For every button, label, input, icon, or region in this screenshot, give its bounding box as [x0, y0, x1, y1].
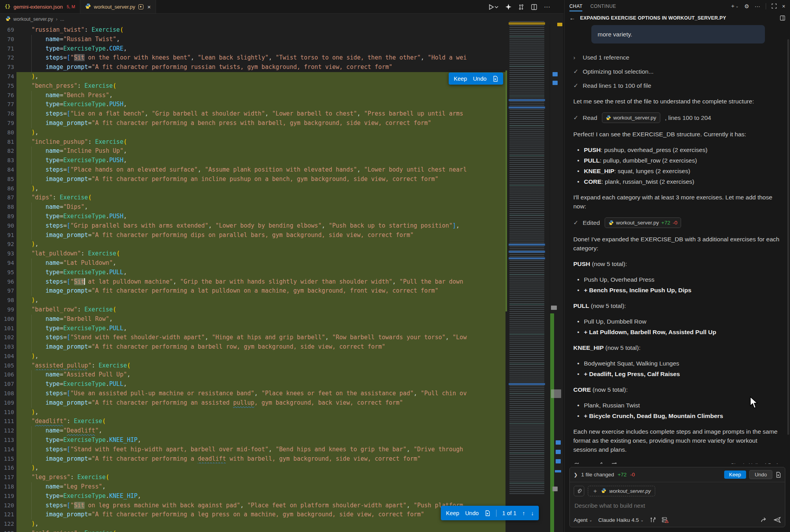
keep-all-button[interactable]: Keep [724, 470, 746, 479]
code-line[interactable]: 122 ), [0, 519, 506, 529]
code-line[interactable]: 102 steps=["Stand with feet shoulder-wid… [0, 333, 506, 342]
code-line[interactable]: 97 image_prompt="A fit character perform… [0, 286, 506, 296]
breadcrumb-file[interactable]: workout_server.py [13, 16, 53, 22]
attached-file-chip[interactable]: ＋ workout_server.py [588, 486, 655, 496]
minimap[interactable] [506, 14, 550, 532]
code-line[interactable]: 105 "assisted_pullup": Exercise( [0, 361, 506, 371]
file-diff-icon[interactable] [493, 76, 498, 82]
sparkle-icon[interactable] [506, 4, 511, 10]
close-panel-icon[interactable]: × [782, 3, 785, 9]
undo-button[interactable]: Undo [465, 510, 479, 516]
maximize-panel-icon[interactable] [772, 4, 777, 9]
more-actions-icon[interactable]: ··· [544, 4, 550, 11]
next-change-icon[interactable]: ↓ [531, 510, 534, 516]
more-icon[interactable]: ··· [755, 3, 760, 9]
code-line[interactable]: 99 "barbell_row": Exercise( [0, 305, 506, 315]
code-line[interactable]: 104 ), [0, 352, 506, 361]
keep-button[interactable]: Keep [454, 76, 467, 82]
undo-button[interactable]: Undo [473, 76, 487, 82]
open-changes-icon[interactable] [518, 4, 524, 10]
code-line[interactable]: 112 name="Deadlift", [0, 426, 506, 436]
code-line[interactable]: 79 image_prompt="A fit character perform… [0, 119, 506, 128]
new-chat-icon[interactable]: ＋⌄ [730, 3, 739, 10]
code-line[interactable]: 84 steps=["Place hands on an elevated su… [0, 165, 506, 175]
code-line[interactable]: 109 image_prompt="A fit character perfor… [0, 398, 506, 408]
tool-step-row[interactable]: ✓Readworkout_server.py, lines 100 to 204 [573, 112, 781, 123]
code-line[interactable]: 110 ), [0, 408, 506, 417]
code-line[interactable]: 123 "calf_raises": Exercise( [0, 529, 506, 532]
code-line[interactable]: 114 steps=["Stand with feet hip-width ap… [0, 445, 506, 454]
close-tab-icon[interactable]: × [147, 4, 151, 10]
modified-indicator-icon[interactable] [138, 4, 143, 9]
mcp-server-warning-icon[interactable] [662, 517, 669, 523]
send-icon[interactable] [774, 517, 781, 523]
code-line[interactable]: 116 ), [0, 463, 506, 473]
code-line[interactable]: 108 steps=["Use an assisted pull-up mach… [0, 389, 506, 398]
code-line[interactable]: 106 name="Assisted Pull Up", [0, 370, 506, 380]
code-line[interactable]: 69 "russian_twist": Exercise( [0, 25, 506, 35]
code-line[interactable]: 81 "incline_pushup": Exercise( [0, 138, 506, 147]
code-line[interactable]: 86 ), [0, 184, 506, 194]
tool-step-row[interactable]: ✓Editedworkout_server.py+72-0 [573, 217, 781, 228]
thumbs-down-icon[interactable] [611, 462, 617, 464]
code-line[interactable]: 72 steps=["Sit on the floor with knees b… [0, 53, 506, 63]
code-line[interactable]: 88 name="Dips", [0, 203, 506, 212]
code-line[interactable]: 119 type=ExerciseType.KNEE_HIP, [0, 492, 506, 501]
thumbs-up-icon[interactable] [598, 462, 604, 464]
code-line[interactable]: 80 ), [0, 128, 506, 138]
code-line[interactable]: 117 "leg_press": Exercise( [0, 473, 506, 482]
code-line[interactable]: 85 image_prompt="A fit character perform… [0, 175, 506, 184]
chevron-right-icon[interactable]: ❯ [574, 472, 578, 478]
forward-arrow-icon[interactable] [761, 517, 767, 523]
previous-change-icon[interactable]: ↑ [522, 510, 525, 516]
code-line[interactable]: 73 image_prompt="A fit character perform… [0, 63, 506, 72]
undo-response-icon[interactable] [586, 462, 592, 464]
breadcrumb-more[interactable]: ... [60, 16, 64, 22]
gear-icon[interactable]: ⚙ [744, 3, 749, 9]
code-line[interactable]: 103 image_prompt="A fit character perfor… [0, 342, 506, 352]
keep-button[interactable]: Keep [446, 510, 459, 516]
code-editor[interactable]: 69 "russian_twist": Exercise(70 name="Ru… [0, 24, 506, 532]
code-line[interactable]: 111 "deadlift": Exercise( [0, 417, 506, 426]
references-row[interactable]: ›Used 1 reference [573, 53, 781, 62]
code-line[interactable]: 77 type=ExerciseType.PUSH, [0, 100, 506, 109]
split-editor-icon[interactable] [531, 4, 537, 10]
code-line[interactable]: 74 ), [0, 72, 506, 81]
code-line[interactable]: 70 name="Russian Twist", [0, 35, 506, 44]
code-line[interactable]: 76 name="Bench Press", [0, 91, 506, 100]
code-line[interactable]: 95 type=ExerciseType.PULL, [0, 268, 506, 277]
code-line[interactable]: 113 type=ExerciseType.KNEE_HIP, [0, 436, 506, 445]
tab-continue[interactable]: CONTINUE [590, 4, 616, 9]
chat-scrollbar[interactable] [787, 39, 789, 435]
code-line[interactable]: 82 name="Incline Push Up", [0, 147, 506, 156]
tab-workout-server[interactable]: workout_server.py × [80, 0, 156, 13]
tool-step-row[interactable]: ✓Read lines 1 to 100 of file [573, 81, 781, 90]
back-icon[interactable]: ← [569, 14, 575, 21]
model-selector[interactable]: Claude Haiku 4.5⌄ [598, 517, 644, 523]
regenerate-icon[interactable] [573, 462, 579, 464]
code-line[interactable]: 115 image_prompt="A fit character perfor… [0, 454, 506, 464]
attach-context-button[interactable] [574, 486, 584, 496]
code-line[interactable]: 96 steps=["Sit at lat pulldown machine",… [0, 277, 506, 287]
tools-icon[interactable] [650, 517, 656, 523]
code-line[interactable]: 90 steps=["Grip parallel bars with arms … [0, 221, 506, 231]
tab-chat[interactable]: CHAT [569, 4, 582, 11]
overview-ruler[interactable] [550, 14, 563, 532]
code-line[interactable]: 71 type=ExerciseType.CORE, [0, 44, 506, 54]
code-line[interactable]: 101 type=ExerciseType.PULL, [0, 324, 506, 333]
code-line[interactable]: 92 ), [0, 240, 506, 249]
code-line[interactable]: 100 name="Barbell Row", [0, 315, 506, 324]
code-line[interactable]: 93 "lat_pulldown": Exercise( [0, 249, 506, 259]
file-diff-icon[interactable] [776, 472, 781, 478]
code-line[interactable]: 98 ), [0, 296, 506, 305]
code-line[interactable]: 107 type=ExerciseType.PULL, [0, 380, 506, 389]
tool-step-row[interactable]: ✓Optimizing tool selection... [573, 67, 781, 76]
mode-selector[interactable]: Agent⌄ [574, 517, 592, 523]
code-line[interactable]: 89 type=ExerciseType.PUSH, [0, 212, 506, 221]
code-line[interactable]: 94 name="Lat Pulldown", [0, 259, 506, 268]
file-chip[interactable]: workout_server.py+72-0 [605, 217, 681, 228]
code-line[interactable]: 75 "bench_press": Exercise( [0, 81, 506, 91]
chat-input-placeholder[interactable]: Describe what to build next [574, 502, 780, 509]
code-line[interactable]: 78 steps=["Lie on a flat bench", "Grip b… [0, 109, 506, 119]
undo-all-button[interactable]: Undo [749, 470, 772, 479]
